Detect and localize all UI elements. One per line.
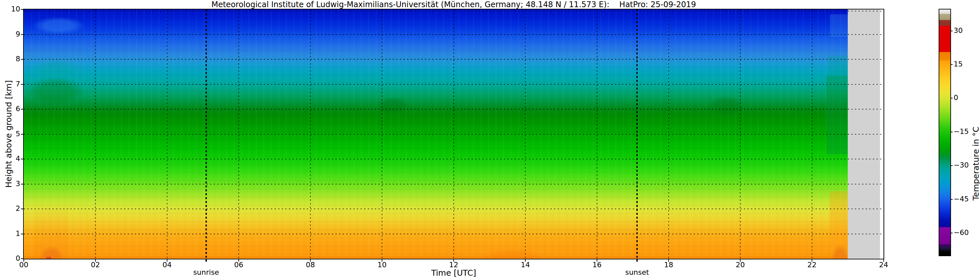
y-tick-label: 4 — [0, 154, 20, 162]
feature-early-morning-midlevel-green-plume — [26, 77, 85, 105]
y-tick-7km — [21, 84, 23, 85]
colorbar-tick-30 — [950, 31, 953, 31]
y-tick-label: 5 — [0, 130, 20, 138]
x-tick-label: 10 — [369, 261, 395, 269]
colorbar-tick-0 — [950, 98, 953, 99]
x-tick-label: 22 — [799, 261, 825, 269]
chart-title: Meteorological Institute of Ludwig-Maxim… — [212, 0, 696, 9]
x-tick-label: 24 — [870, 261, 897, 269]
feature-pre-gap-teal-column — [828, 56, 849, 76]
y-tick-6km — [21, 109, 23, 110]
y-tick-1km — [21, 234, 23, 234]
x-tick-label: 04 — [154, 261, 180, 269]
y-tick-label: 7 — [0, 80, 20, 88]
colorbar-label: Temperature in °C — [971, 126, 980, 201]
gridline-v-18h — [668, 10, 669, 259]
y-tick-5km — [21, 134, 23, 135]
feature-pre-gap-green-column — [826, 76, 848, 154]
y-tick-2km — [21, 209, 23, 209]
gridline-v-12h — [453, 10, 454, 259]
gridline-v-2h — [95, 10, 96, 259]
colorbar-tick-−30 — [950, 165, 953, 166]
colorbar-tick-label: 30 — [954, 26, 963, 35]
colorbar-tick-label: −45 — [954, 195, 969, 203]
y-tick-label: 2 — [0, 204, 20, 212]
feature-early-morning-upper-light-patch — [33, 17, 85, 35]
gridline-v-14h — [525, 10, 526, 259]
gridline-v-6h — [239, 10, 239, 259]
colorbar-gradient — [939, 10, 950, 255]
gridline-v-16h — [597, 10, 597, 259]
y-tick-label: 9 — [0, 30, 20, 38]
colorbar — [939, 9, 951, 256]
y-tick-9km — [21, 34, 23, 35]
gridline-v-22h — [811, 10, 812, 259]
colorbar-tick-label: 15 — [954, 60, 963, 68]
x-tick-label: 06 — [226, 261, 252, 269]
x-tick-label: 18 — [655, 261, 682, 269]
y-tick-4km — [21, 159, 23, 159]
gridline-v-4h — [167, 10, 167, 259]
x-tick-label: 14 — [512, 261, 538, 269]
sunrise-axis-tick — [205, 259, 207, 262]
feature-surface-warm-strip — [24, 256, 848, 259]
sunset-axis-tick — [636, 259, 638, 262]
gridline-v-10h — [382, 10, 382, 259]
colorbar-tick-label: −15 — [954, 127, 969, 135]
sunrise-line — [205, 10, 207, 259]
y-tick-8km — [21, 59, 23, 60]
x-tick-label: 20 — [727, 261, 753, 269]
x-tick-label: 08 — [298, 261, 323, 269]
gridline-v-20h — [740, 10, 741, 259]
y-tick-label: 8 — [0, 55, 20, 63]
gridline-v-8h — [310, 10, 311, 259]
colorbar-tick-−15 — [950, 132, 953, 132]
y-tick-label: 10 — [0, 5, 20, 13]
feature-early-morning-teal-plume — [31, 59, 81, 79]
sunset-label: sunset — [625, 268, 649, 276]
y-tick-label: 1 — [0, 229, 20, 237]
colorbar-tick-−60 — [950, 233, 953, 233]
feature-early-morning-warm-column — [35, 201, 69, 259]
y-tick-label: 3 — [0, 180, 20, 188]
colorbar-tick-−45 — [950, 199, 953, 200]
y-tick-10km — [21, 9, 23, 10]
plot-area — [23, 9, 884, 259]
x-tick-label: 12 — [441, 261, 467, 269]
colorbar-tick-15 — [950, 64, 953, 65]
sunset-line — [636, 10, 638, 259]
y-tick-label: 0 — [0, 254, 20, 262]
figure: Meteorological Institute of Ludwig-Maxim… — [0, 0, 980, 277]
feature-green-band-dip-1930 — [708, 96, 744, 117]
colorbar-tick-label: 0 — [954, 94, 958, 102]
y-tick-3km — [21, 184, 23, 185]
x-tick-label: 02 — [83, 261, 108, 269]
y-tick-label: 6 — [0, 105, 20, 113]
x-axis-label: Time [UTC] — [431, 268, 476, 277]
feature-pre-gap-warm-column — [830, 191, 848, 247]
feature-pre-gap-upper-light-patch — [830, 14, 848, 37]
colorbar-tick-label: −30 — [954, 161, 969, 169]
x-tick-label: 16 — [584, 261, 610, 269]
colorbar-tick-label: −60 — [954, 228, 969, 237]
y-tick-0km — [21, 258, 23, 259]
sunrise-label: sunrise — [193, 268, 219, 276]
